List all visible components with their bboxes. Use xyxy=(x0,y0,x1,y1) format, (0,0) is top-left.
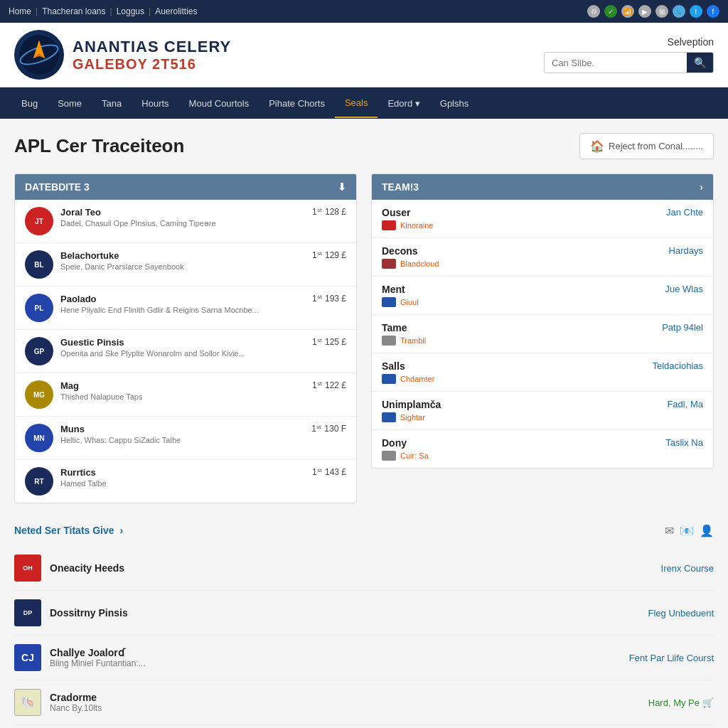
subscription-label: Selveption xyxy=(668,36,714,48)
nav-home[interactable]: Home xyxy=(9,6,31,16)
bottom-item-link[interactable]: Fent Par Liife Courst xyxy=(629,653,714,663)
nav-loans[interactable]: Thacheran loans xyxy=(42,6,105,16)
facebook-icon[interactable]: f xyxy=(707,5,719,18)
item-logo: RT xyxy=(25,467,53,496)
chevron-right-icon[interactable]: › xyxy=(700,181,703,193)
grid-icon[interactable]: ⊞ xyxy=(655,5,668,18)
nav-hourts[interactable]: Hourts xyxy=(132,90,178,117)
item-logo: GP xyxy=(25,337,53,365)
team-link[interactable]: Patp 94lel xyxy=(662,322,703,333)
item-logo: MN xyxy=(25,424,53,452)
bottom-logo: CJ xyxy=(14,644,41,671)
item-desc: Heltic, Whas: Cappu SiZadic Talhe xyxy=(60,436,304,444)
user-icon[interactable]: 👤 xyxy=(700,524,714,537)
item-logo: BL xyxy=(25,250,53,279)
datebdite-panel-header: DATEBDITE 3 ⬇ xyxy=(15,174,356,200)
envelope-filled-icon[interactable]: 📧 xyxy=(680,524,694,537)
team-item: Salls Teldaciohias Chdamter xyxy=(372,353,713,392)
team-link[interactable]: Jue Wlas xyxy=(665,284,703,294)
list-item: MG Mag Thished Nalapuoe Taps 1ˢᵗ 122 £ xyxy=(15,373,356,417)
envelope-outline-icon[interactable]: ✉ xyxy=(665,524,674,537)
team-location: Trambil xyxy=(400,336,426,345)
bottom-header-row: Neted Ser Titats Give › ✉ 📧 👤 xyxy=(14,518,714,543)
teams-panel: TEAM!3 › Ouser Jan Chte Kinoraine xyxy=(371,173,714,469)
team-link[interactable]: Hardays xyxy=(669,245,703,256)
right-column: TEAM!3 › Ouser Jan Chte Kinoraine xyxy=(371,173,714,503)
nav-auerolitties[interactable]: Auerolitties xyxy=(155,6,197,16)
datebdite-panel: DATEBDITE 3 ⬇ JT Joral Teo Dadel, Chasui… xyxy=(14,173,357,503)
shell-icon: 🐚 xyxy=(20,695,36,710)
nav-moud-courtols[interactable]: Moud Courtols xyxy=(179,90,259,117)
list-item: MN Muns Heltic, Whas: Cappu SiZadic Talh… xyxy=(15,417,356,460)
filter-button[interactable]: 🏠 Reject from Conal........ xyxy=(579,133,714,159)
bottom-item-name: Dossitrny Pinsis xyxy=(50,607,639,619)
top-bar: Home | Thacheran loans | Loggus | Auerol… xyxy=(0,0,728,23)
bottom-item-link[interactable]: Irenx Course xyxy=(661,563,714,574)
nav-bug[interactable]: Bug xyxy=(11,90,48,117)
team-location: Chdamter xyxy=(400,375,434,383)
team-header: Tame Patp 94lel xyxy=(382,322,703,333)
nav-seals[interactable]: Seals xyxy=(335,89,378,118)
left-column: DATEBDITE 3 ⬇ JT Joral Teo Dadel, Chasui… xyxy=(14,173,357,503)
play-icon[interactable]: ▶ xyxy=(638,5,651,18)
team-name: Dony xyxy=(382,437,407,449)
verify-icon[interactable]: ✓ xyxy=(604,5,617,18)
team-sub: Chdamter xyxy=(382,374,703,384)
list-item: JT Joral Teo Dadel, Chasuil Ope Plnsius,… xyxy=(15,200,356,243)
nav-edord[interactable]: Edord ▾ xyxy=(378,90,429,117)
page-header: APL Cer Traceiteon 🏠 Reject from Conal..… xyxy=(14,133,714,159)
header-right: Selveption 🔍 xyxy=(544,36,714,73)
signal-icon: 📶 xyxy=(621,5,634,18)
team-header: Decons Hardays xyxy=(382,245,703,257)
item-info: Mag Thished Nalapuoe Taps xyxy=(60,380,305,401)
teams-panel-header: TEAM!3 › xyxy=(372,174,713,200)
nav-tana[interactable]: Tana xyxy=(92,90,132,117)
site-header: ANANTIAS CELERY GALEBOY 2T516 Selveption… xyxy=(0,23,728,87)
item-info: Belachortuke Speie, Danic Prarslarce Say… xyxy=(60,250,305,271)
logo-image xyxy=(14,30,64,80)
gear-icon[interactable]: ⚙ xyxy=(587,5,600,18)
team-header: Ouser Jan Chte xyxy=(382,207,703,218)
team-sub: Blandcloud xyxy=(382,259,703,269)
team-link[interactable]: Taslix Na xyxy=(665,437,703,448)
logo-title: ANANTIAS CELERY xyxy=(73,38,231,56)
team-item: Decons Hardays Blandcloud xyxy=(372,238,713,277)
item-price: 1ˢᵗ 122 £ xyxy=(312,380,346,390)
bird-icon[interactable]: 🐦 xyxy=(673,5,685,18)
item-desc: Openita and Ske Plyplte Wonarolm and Sol… xyxy=(60,349,305,358)
section-arrow-icon[interactable]: › xyxy=(120,525,124,536)
item-price: 1ˢᵗ 193 £ xyxy=(312,294,346,304)
search-button[interactable]: 🔍 xyxy=(687,53,713,73)
list-item: PL Paolado Hene Pliyalic End Flinith Gdl… xyxy=(15,287,356,330)
team-name: Ouser xyxy=(382,207,410,218)
flag-icon xyxy=(382,412,396,422)
nav-gplshs[interactable]: Gplshs xyxy=(430,90,478,117)
team-item: Dony Taslix Na Cuir: Sa xyxy=(372,430,713,468)
team-name: Unimplamča xyxy=(382,399,441,410)
download-icon[interactable]: ⬇ xyxy=(338,181,346,193)
item-desc: Thished Nalapuoe Taps xyxy=(60,392,305,401)
item-price: 1ˢᵗ 125 £ xyxy=(312,337,346,347)
main-nav: Bug Some Tana Hourts Moud Courtols Pihat… xyxy=(0,87,728,119)
nav-loggus[interactable]: Loggus xyxy=(117,6,144,16)
item-info: Guestic Pinsis Openita and Ske Plyplte W… xyxy=(60,337,305,358)
twitter-icon[interactable]: t xyxy=(690,5,702,18)
team-link[interactable]: Teldaciohias xyxy=(652,360,703,371)
item-info: Rurrtics Hamed Talbe xyxy=(60,467,305,488)
bottom-item-link[interactable]: Hard, My Pe 🛒 xyxy=(648,697,714,708)
search-input[interactable] xyxy=(545,53,687,73)
item-name: Paolado xyxy=(60,294,305,304)
team-link[interactable]: Jan Chte xyxy=(666,207,703,218)
bottom-item-link[interactable]: Fleg Unbeduent xyxy=(648,608,714,619)
bottom-section: Neted Ser Titats Give › ✉ 📧 👤 OH Oneacit… xyxy=(14,518,714,725)
nav-pihate-chorts[interactable]: Pihate Chorts xyxy=(259,90,335,117)
bottom-header-actions: ✉ 📧 👤 xyxy=(665,524,714,537)
bottom-item-info: Challye Joalorɗ Biing Miniel Funtantian:… xyxy=(50,647,621,668)
list-item: BL Belachortuke Speie, Danic Prarslarce … xyxy=(15,243,356,287)
nav-some[interactable]: Some xyxy=(48,90,92,117)
item-name: Mag xyxy=(60,380,305,391)
bottom-list-item: DP Dossitrny Pinsis Fleg Unbeduent xyxy=(14,591,714,636)
team-item: Ouser Jan Chte Kinoraine xyxy=(372,200,713,238)
bottom-list-item: CJ Challye Joalorɗ Biing Miniel Funtanti… xyxy=(14,636,714,680)
team-link[interactable]: Fadi, Ma xyxy=(667,399,703,410)
